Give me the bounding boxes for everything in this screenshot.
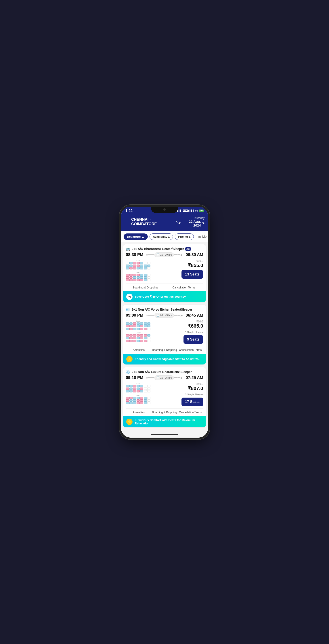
seat[interactable]	[133, 276, 136, 278]
seat[interactable]	[147, 397, 150, 399]
seat[interactable]	[126, 262, 129, 264]
seat[interactable]	[129, 390, 133, 392]
seat[interactable]	[147, 262, 150, 264]
seat[interactable]	[147, 399, 150, 402]
seat[interactable]	[129, 274, 133, 276]
seat[interactable]	[137, 337, 140, 339]
amenities-link-1[interactable]: Amenities	[126, 348, 152, 354]
seat[interactable]	[147, 322, 150, 325]
seat[interactable]	[140, 328, 143, 330]
boarding-link-0[interactable]: Boarding & Dropping	[126, 286, 164, 291]
cancellation-link-2[interactable]: Cancellation Terms	[177, 411, 203, 416]
boarding-link-2[interactable]: Boarding & Dropping	[152, 411, 177, 416]
seat[interactable]	[137, 390, 140, 392]
route-chevron[interactable]: <	[176, 219, 178, 224]
seat[interactable]	[129, 328, 133, 330]
seat[interactable]	[147, 402, 150, 404]
seats-button-0[interactable]: 13 Seats	[181, 270, 203, 278]
seat[interactable]	[129, 337, 133, 339]
seat[interactable]	[137, 325, 140, 327]
seat[interactable]	[140, 388, 143, 390]
seat[interactable]	[144, 390, 147, 392]
seat[interactable]	[144, 264, 147, 267]
seat[interactable]	[140, 399, 143, 402]
seat[interactable]	[137, 334, 140, 336]
next-date-button[interactable]: >	[202, 221, 205, 226]
seat[interactable]	[126, 399, 129, 402]
amenities-link-2[interactable]: Amenities	[126, 411, 152, 416]
seat[interactable]	[140, 325, 143, 327]
seat[interactable]	[140, 340, 143, 342]
seat[interactable]	[144, 385, 147, 387]
seat[interactable]	[129, 334, 133, 336]
seat[interactable]	[133, 397, 136, 399]
seat[interactable]	[126, 397, 129, 399]
seat[interactable]	[147, 276, 150, 278]
seat[interactable]	[144, 274, 147, 276]
seat[interactable]	[126, 334, 129, 336]
seat[interactable]	[129, 276, 133, 278]
seat[interactable]	[144, 276, 147, 278]
seat[interactable]	[140, 262, 143, 264]
seat[interactable]	[133, 390, 136, 392]
seat[interactable]	[133, 402, 136, 404]
seat[interactable]	[129, 388, 133, 390]
seats-button-2[interactable]: 17 Seats	[181, 398, 203, 406]
seat[interactable]	[140, 267, 143, 270]
more-filter-button[interactable]: ⊞ More	[198, 235, 208, 238]
seat[interactable]	[140, 274, 143, 276]
seat[interactable]	[129, 399, 133, 402]
home-bar[interactable]	[151, 434, 178, 435]
seat[interactable]	[133, 264, 136, 267]
seat[interactable]	[133, 340, 136, 342]
departure-filter[interactable]: Departure ▲	[124, 234, 148, 240]
prev-date-button[interactable]: <	[178, 221, 181, 226]
seat[interactable]	[144, 325, 147, 327]
seat[interactable]	[126, 264, 129, 267]
seat[interactable]	[129, 322, 133, 325]
seat[interactable]	[144, 402, 147, 404]
seat[interactable]	[137, 267, 140, 270]
seat[interactable]	[133, 262, 136, 264]
seat[interactable]	[133, 388, 136, 390]
seat[interactable]	[144, 388, 147, 390]
seat[interactable]	[133, 337, 136, 339]
seat[interactable]	[137, 274, 140, 276]
seat[interactable]	[147, 264, 150, 267]
seat[interactable]	[133, 334, 136, 336]
seat[interactable]	[147, 385, 150, 387]
seat[interactable]	[147, 334, 150, 336]
seat[interactable]	[137, 397, 140, 399]
seat[interactable]	[129, 402, 133, 404]
cancellation-link-0[interactable]: Cancellation Terms	[164, 286, 203, 291]
seat[interactable]	[147, 388, 150, 390]
seat[interactable]	[129, 262, 133, 264]
seat[interactable]	[129, 325, 133, 327]
seat[interactable]	[144, 267, 147, 270]
seat[interactable]	[137, 279, 140, 281]
seat[interactable]	[140, 322, 143, 325]
seat[interactable]	[140, 385, 143, 387]
seat[interactable]	[137, 322, 140, 325]
seat[interactable]	[137, 402, 140, 404]
seat[interactable]	[144, 322, 147, 325]
seat[interactable]	[126, 337, 129, 339]
seats-button-1[interactable]: 9 Seats	[184, 335, 203, 344]
seat[interactable]	[126, 402, 129, 404]
seat[interactable]	[126, 328, 129, 330]
seat[interactable]	[144, 334, 147, 336]
pricing-filter[interactable]: Pricing ▴	[175, 234, 194, 240]
seat[interactable]	[126, 385, 129, 387]
seat[interactable]	[137, 340, 140, 342]
seat[interactable]	[126, 322, 129, 325]
seat[interactable]	[126, 276, 129, 278]
seat[interactable]	[126, 274, 129, 276]
seat[interactable]	[126, 279, 129, 281]
seat[interactable]	[147, 340, 150, 342]
seat[interactable]	[129, 340, 133, 342]
seat[interactable]	[126, 267, 129, 270]
seat[interactable]	[144, 397, 147, 399]
seat[interactable]	[140, 279, 143, 281]
seat[interactable]	[144, 279, 147, 281]
seat[interactable]	[137, 388, 140, 390]
